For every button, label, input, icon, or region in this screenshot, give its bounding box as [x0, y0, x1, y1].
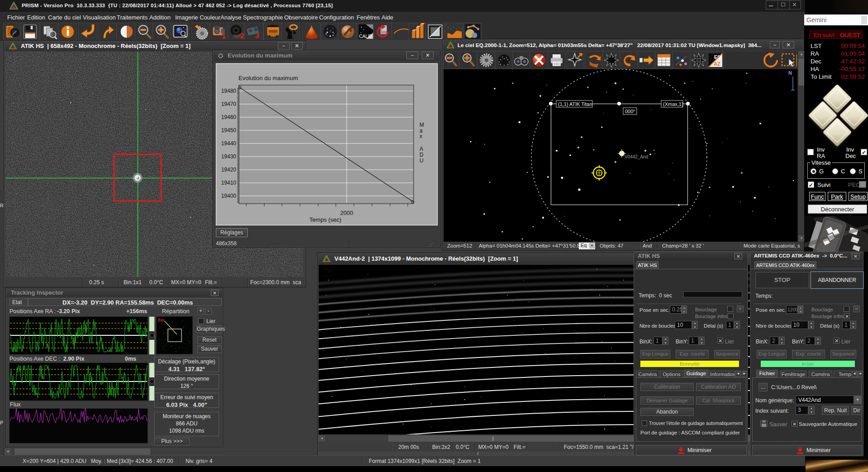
svg-text:19460: 19460	[221, 114, 237, 120]
svg-text:Bar.: Bar.	[158, 318, 165, 322]
svg-text:M: M	[420, 122, 424, 128]
svg-text:1: 1	[222, 32, 226, 40]
svg-text:D: D	[420, 152, 424, 158]
svg-text:2: 2	[240, 32, 244, 40]
svg-text:(1,1) ATIK Titan: (1,1) ATIK Titan	[558, 101, 592, 107]
svg-text:(Xmax,1): (Xmax,1)	[663, 101, 683, 107]
svg-text:V0442_And: V0442_And	[625, 154, 648, 159]
svg-text:19420: 19420	[221, 167, 237, 173]
svg-text:19450: 19450	[221, 127, 237, 133]
svg-text:19430: 19430	[221, 153, 237, 160]
svg-text:2000: 2000	[340, 210, 353, 216]
svg-text:19410: 19410	[221, 180, 237, 186]
svg-text:U: U	[420, 157, 424, 164]
svg-text:3: 3	[255, 31, 259, 40]
svg-text:CALIB: CALIB	[359, 34, 372, 39]
svg-text:N: N	[788, 70, 792, 76]
svg-text:19470: 19470	[221, 101, 237, 107]
svg-text:000°: 000°	[625, 109, 635, 114]
svg-text:19400: 19400	[221, 193, 237, 199]
svg-text:Temps (sec): Temps (sec)	[310, 216, 342, 223]
svg-text:AZ: AZ	[714, 61, 720, 67]
svg-text:A: A	[420, 146, 423, 152]
svg-text:x: x	[420, 133, 422, 139]
svg-text:19440: 19440	[221, 140, 237, 147]
svg-text:19480: 19480	[221, 88, 237, 94]
svg-text:Evolution du maximum: Evolution du maximum	[238, 75, 298, 81]
